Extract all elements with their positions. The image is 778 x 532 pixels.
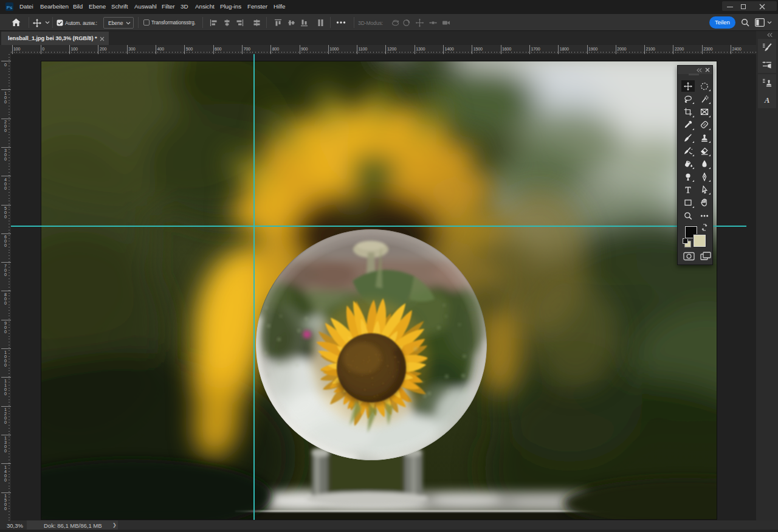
svg-text:Ps: Ps	[7, 5, 12, 10]
svg-text:A: A	[764, 95, 770, 105]
